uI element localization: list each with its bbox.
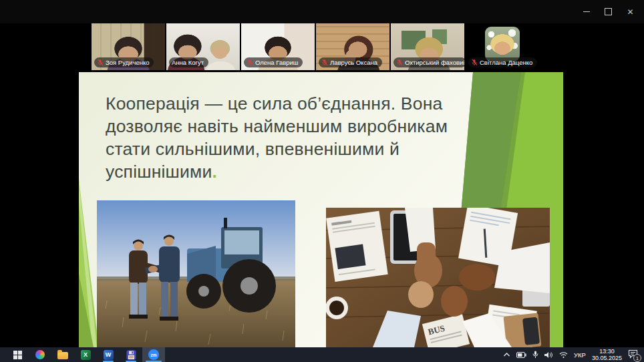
copilot-button[interactable] <box>29 347 51 362</box>
hidden-icons-chevron[interactable] <box>503 352 510 357</box>
participant-video[interactable]: Лаврусь Оксана <box>316 23 389 70</box>
participant-name-tag: Анна Когут <box>169 57 208 67</box>
language-indicator[interactable]: УКР <box>574 351 586 359</box>
minimize-icon <box>583 11 590 12</box>
participant-name: Олена Гавриш <box>255 59 298 66</box>
participant-name-tag: Олена Гавриш <box>244 57 303 67</box>
zoom-app-button[interactable]: zm <box>142 347 165 362</box>
tray-time: 13:30 <box>592 348 622 355</box>
word-button[interactable]: W <box>97 347 120 362</box>
windows-taskbar: X W zm <box>0 347 644 362</box>
network-icon[interactable] <box>559 351 568 358</box>
participant-name-tag: Лаврусь Оксана <box>319 57 382 67</box>
participant-name-tag: Охтирський фаховий... <box>393 57 464 67</box>
participant-name: Анна Когут <box>172 59 204 66</box>
clock[interactable]: 13:30 30.05.2025 <box>592 348 622 361</box>
folder-icon <box>57 352 68 359</box>
mic-muted-icon <box>247 59 253 66</box>
participant-video[interactable]: Зоя Рудиченко <box>92 23 165 70</box>
excel-icon: X <box>81 350 91 360</box>
mic-muted-icon <box>321 59 328 66</box>
microphone-icon[interactable] <box>532 351 538 359</box>
participant-video[interactable]: Охтирський фаховий... <box>391 23 464 70</box>
file-explorer-button[interactable] <box>51 347 74 362</box>
zoom-meeting-window: ✕ Зоя Рудиченко <box>0 0 644 362</box>
participant-name-tag: Світлана Даценко <box>468 57 537 67</box>
title-bar: ✕ <box>0 0 644 23</box>
copilot-icon <box>35 350 45 359</box>
mic-muted-icon <box>97 59 104 66</box>
battery-icon[interactable] <box>516 352 526 358</box>
participant-strip: Зоя Рудиченко Анна Когут <box>92 23 542 70</box>
taskbar-apps: X W zm <box>0 347 165 362</box>
zoom-icon: zm <box>148 349 159 360</box>
maximize-button[interactable] <box>597 0 619 23</box>
participant-avatar <box>485 27 520 61</box>
mic-muted-icon <box>471 59 478 66</box>
participant-name: Лаврусь Оксана <box>330 59 377 66</box>
excel-button[interactable]: X <box>74 347 97 362</box>
close-icon: ✕ <box>627 8 633 16</box>
notification-center-button[interactable]: 1 <box>628 349 639 360</box>
participant-video[interactable]: Світлана Даценко <box>466 23 539 70</box>
participant-video[interactable]: Анна Когут <box>166 23 240 70</box>
participant-name: Світлана Даценко <box>480 59 532 66</box>
system-tray: УКР 13:30 30.05.2025 1 <box>503 347 644 362</box>
maximize-icon <box>605 8 612 15</box>
mic-muted-icon <box>396 59 403 66</box>
farmers-handshake-photo <box>97 200 295 347</box>
window-controls: ✕ <box>575 0 641 23</box>
speaker-icon[interactable] <box>544 351 553 359</box>
close-button[interactable]: ✕ <box>619 0 641 23</box>
participant-video[interactable]: Олена Гавриш <box>241 23 315 70</box>
word-icon: W <box>104 350 114 360</box>
shared-slide: Кооперація — це сила об’єднання. Вонадоз… <box>79 72 563 347</box>
windows-logo-icon <box>13 351 22 359</box>
save-app-button[interactable] <box>120 347 142 362</box>
floppy-disk-icon <box>126 350 136 360</box>
minimize-button[interactable] <box>575 0 597 23</box>
slide-text: Кооперація — це сила об’єднання. Вонадоз… <box>106 92 470 183</box>
tray-date: 30.05.2025 <box>592 355 622 361</box>
participant-name-tag: Зоя Рудиченко <box>94 57 154 67</box>
participant-name: Охтирський фаховий... <box>405 59 464 66</box>
teamwork-fistbump-photo: BUS <box>326 208 550 347</box>
start-button[interactable] <box>6 347 29 362</box>
participant-name: Зоя Рудиченко <box>106 59 149 66</box>
notification-badge: 1 <box>633 354 641 362</box>
